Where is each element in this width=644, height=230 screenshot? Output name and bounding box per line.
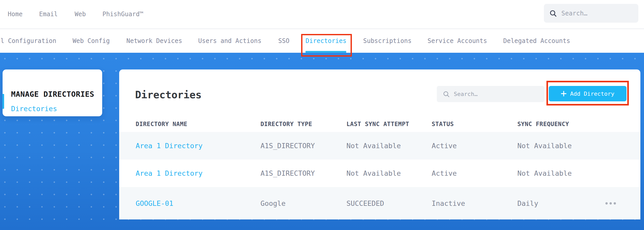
directory-name-link[interactable]: Area 1 Directory [136,132,203,160]
status-cell: Active [432,160,457,187]
last-sync-cell: SUCCEEDED [346,187,384,219]
plus-icon [561,91,567,96]
directories-search-field[interactable] [437,86,544,102]
directories-search-input[interactable] [454,91,531,97]
app-root: Home Email Web PhishGuard™ l Configurati… [0,0,644,230]
column-header-directory-type: DIRECTORY TYPE [260,118,312,130]
table-row: GOOGLE-01 Google SUCCEEDED Inactive Dail… [119,187,640,219]
topnav-item-phishguard[interactable]: PhishGuard™ [102,0,143,29]
status-cell: Inactive [432,187,465,219]
tab-service-accounts[interactable]: Service Accounts [428,29,487,53]
active-item-indicator [2,94,4,109]
search-icon [443,91,450,98]
last-sync-cell: Not Available [346,132,401,160]
topnav-item-email[interactable]: Email [39,0,58,29]
column-header-last-sync: LAST SYNC ATTEMPT [346,118,409,130]
sync-frequency-cell: Daily [517,187,538,219]
section-tab-bar: l Configuration Web Config Network Devic… [0,29,644,53]
directories-panel: Directories Add Directory DIRECTORY NAME… [119,69,640,219]
directory-name-link[interactable]: GOOGLE-01 [136,187,173,219]
directory-type-cell: Google [260,187,286,219]
global-search-input[interactable] [561,10,628,17]
tab-email-configuration[interactable]: l Configuration [1,29,56,53]
column-header-directory-name: DIRECTORY NAME [136,118,187,130]
row-actions-menu[interactable] [603,198,619,208]
ellipsis-icon [614,202,616,205]
search-icon [550,10,557,17]
tab-web-config[interactable]: Web Config [73,29,110,53]
table-header-row: DIRECTORY NAME DIRECTORY TYPE LAST SYNC … [119,118,640,130]
top-navigation-bar: Home Email Web PhishGuard™ [0,0,644,29]
page-title: Directories [135,89,202,101]
column-header-status: STATUS [432,118,454,130]
sync-frequency-cell: Not Available [517,160,572,187]
manage-directories-card: MANAGE DIRECTORIES Directories [3,69,102,116]
topnav-item-home[interactable]: Home [8,0,23,29]
directory-type-cell: A1S_DIRECTORY [260,132,315,160]
tab-users-and-actions[interactable]: Users and Actions [198,29,262,53]
last-sync-cell: Not Available [346,160,401,187]
directory-type-cell: A1S_DIRECTORY [260,160,315,187]
table-row: Area 1 Directory A1S_DIRECTORY Not Avail… [119,160,640,187]
ellipsis-icon [610,202,612,205]
column-header-sync-frequency: SYNC FREQUENCY [517,118,569,130]
add-directory-button[interactable]: Add Directory [549,86,626,101]
tab-sso[interactable]: SSO [278,29,289,53]
tab-delegated-accounts[interactable]: Delegated Accounts [503,29,570,53]
table-row: Area 1 Directory A1S_DIRECTORY Not Avail… [119,132,640,160]
directory-name-link[interactable]: Area 1 Directory [136,160,203,187]
card-item-directories[interactable]: Directories [11,101,57,116]
global-search-field[interactable] [544,4,638,23]
topnav-item-web[interactable]: Web [75,0,86,29]
add-directory-label: Add Directory [570,91,614,97]
sync-frequency-cell: Not Available [517,132,572,160]
tab-network-devices[interactable]: Network Devices [126,29,182,53]
ellipsis-icon [605,202,608,205]
tab-directories[interactable]: Directories [306,29,346,53]
status-cell: Active [432,132,457,160]
tab-subscriptions[interactable]: Subscriptions [363,29,412,53]
active-tab-underline [306,51,346,53]
card-title: MANAGE DIRECTORIES [11,90,94,99]
